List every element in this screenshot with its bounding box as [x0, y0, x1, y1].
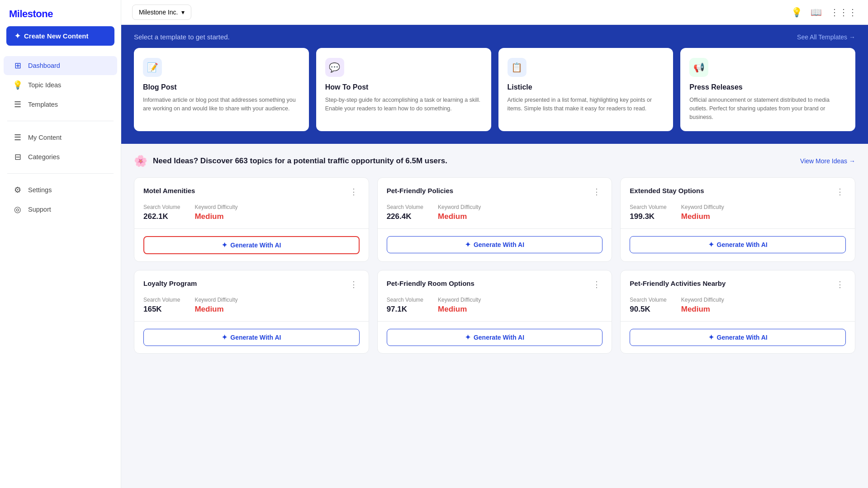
idea-card-pet-friendly-activities-nearby: Pet-Friendly Activities Nearby ⋮ Search … [620, 270, 855, 354]
idea-divider [134, 321, 369, 322]
search-volume-label: Search Volume [630, 204, 666, 210]
templates-grid: 📝 Blog Post Informative article or blog … [134, 48, 855, 131]
app-logo: Milestone [0, 0, 121, 26]
create-new-content-button[interactable]: ✦ Create New Content [6, 26, 114, 46]
idea-card-header: Pet-Friendly Policies ⋮ [387, 187, 603, 197]
template-card-description: Article presented in a list format, high… [508, 96, 664, 113]
nav-divider [7, 121, 114, 121]
search-volume-label: Search Volume [387, 204, 423, 210]
sidebar-item-topic-ideas[interactable]: 💡 Topic Ideas [4, 76, 117, 95]
search-volume-value: 165K [143, 305, 180, 314]
keyword-difficulty-label: Keyword Difficulty [194, 204, 237, 210]
idea-keyword-difficulty: Keyword Difficulty Medium [681, 297, 724, 314]
workspace-selector[interactable]: Milestone Inc. ▾ [132, 5, 191, 20]
generate-ai-button[interactable]: ✦ Generate With AI [143, 329, 360, 346]
star-icon: ✦ [14, 32, 20, 40]
idea-keyword-difficulty: Keyword Difficulty Medium [681, 204, 724, 221]
keyword-difficulty-label: Keyword Difficulty [438, 204, 481, 210]
generate-btn-label: Generate With AI [717, 334, 768, 341]
search-volume-value: 199.3K [630, 212, 666, 221]
search-volume-value: 226.4K [387, 212, 423, 221]
ai-sparkle-icon: ✦ [465, 241, 471, 249]
idea-card-title: Loyalty Program [143, 280, 197, 287]
idea-card-title: Motel Amenities [143, 187, 195, 194]
generate-ai-button[interactable]: ✦ Generate With AI [387, 236, 603, 253]
generate-btn-label: Generate With AI [230, 242, 281, 249]
content-icon: ☰ [13, 133, 23, 142]
ai-sparkle-icon: ✦ [222, 241, 228, 249]
idea-more-button[interactable]: ⋮ [834, 187, 846, 197]
view-more-ideas-link[interactable]: View More Ideas → [800, 157, 855, 165]
idea-stats: Search Volume 199.3K Keyword Difficulty … [630, 204, 846, 221]
settings-icon: ⚙ [13, 185, 23, 195]
idea-stats: Search Volume 90.5K Keyword Difficulty M… [630, 297, 846, 314]
idea-card-extended-stay-options: Extended Stay Options ⋮ Search Volume 19… [620, 177, 855, 262]
search-volume-label: Search Volume [143, 297, 180, 303]
topbar: Milestone Inc. ▾ 💡 📖 ⋮⋮⋮ [121, 0, 868, 25]
sidebar: Milestone ✦ Create New Content ⊞ Dashboa… [0, 0, 121, 488]
sidebar-item-label: Templates [28, 101, 58, 108]
keyword-difficulty-value: Medium [438, 212, 481, 221]
keyword-difficulty-value: Medium [681, 305, 724, 314]
idea-search-volume: Search Volume 226.4K [387, 204, 423, 221]
idea-more-button[interactable]: ⋮ [591, 280, 602, 289]
generate-ai-button[interactable]: ✦ Generate With AI [630, 329, 846, 346]
book-icon[interactable]: 📖 [811, 7, 822, 18]
template-card-blog-post[interactable]: 📝 Blog Post Informative article or blog … [134, 48, 309, 131]
support-icon: ◎ [13, 204, 23, 214]
idea-divider [134, 228, 369, 229]
idea-card-header: Loyalty Program ⋮ [143, 280, 360, 289]
idea-search-volume: Search Volume 165K [143, 297, 180, 314]
idea-keyword-difficulty: Keyword Difficulty Medium [194, 204, 237, 221]
sidebar-item-settings[interactable]: ⚙ Settings [4, 180, 117, 199]
sidebar-item-dashboard[interactable]: ⊞ Dashboard [4, 56, 117, 75]
idea-search-volume: Search Volume 199.3K [630, 204, 666, 221]
ideas-icon: 🌸 [134, 155, 147, 167]
sidebar-item-my-content[interactable]: ☰ My Content [4, 128, 117, 147]
ideas-grid: Motel Amenities ⋮ Search Volume 262.1K K… [134, 177, 855, 354]
see-all-templates-link[interactable]: See All Templates → [797, 33, 855, 41]
template-card-press-releases[interactable]: 📢 Press Releases Official announcement o… [680, 48, 855, 131]
generate-btn-label: Generate With AI [230, 334, 281, 341]
keyword-difficulty-value: Medium [194, 305, 237, 314]
idea-divider [621, 321, 855, 322]
generate-ai-button[interactable]: ✦ Generate With AI [630, 236, 846, 253]
search-volume-label: Search Volume [387, 297, 423, 303]
idea-search-volume: Search Volume 97.1K [387, 297, 423, 314]
sidebar-item-support[interactable]: ◎ Support [4, 200, 117, 219]
idea-more-button[interactable]: ⋮ [591, 187, 602, 197]
idea-more-button[interactable]: ⋮ [348, 187, 360, 197]
sidebar-item-label: Settings [28, 186, 52, 194]
idea-keyword-difficulty: Keyword Difficulty Medium [194, 297, 237, 314]
content-area: Select a template to get started. See Al… [121, 25, 868, 488]
template-card-how-to-post[interactable]: 💬 How To Post Step-by-step guide for acc… [316, 48, 491, 131]
idea-card-title: Pet-Friendly Room Options [387, 280, 474, 287]
templates-section: Select a template to get started. See Al… [121, 25, 868, 144]
generate-ai-button[interactable]: ✦ Generate With AI [387, 329, 603, 346]
generate-btn-label: Generate With AI [717, 241, 768, 248]
ideas-title: Need Ideas? Discover 663 topics for a po… [153, 156, 447, 166]
idea-more-button[interactable]: ⋮ [834, 280, 846, 289]
generate-btn-label: Generate With AI [474, 334, 524, 341]
template-card-title: Blog Post [143, 83, 300, 91]
ideas-header: 🌸 Need Ideas? Discover 663 topics for a … [134, 155, 855, 167]
idea-stats: Search Volume 262.1K Keyword Difficulty … [143, 204, 360, 221]
grid-icon[interactable]: ⋮⋮⋮ [830, 7, 857, 18]
listicle-icon: 📋 [508, 58, 526, 77]
keyword-difficulty-value: Medium [438, 305, 481, 314]
templates-header-text: Select a template to get started. [134, 33, 230, 41]
generate-ai-button[interactable]: ✦ Generate With AI [143, 236, 360, 254]
sidebar-item-label: My Content [28, 134, 62, 141]
sidebar-item-label: Support [28, 206, 51, 213]
keyword-difficulty-label: Keyword Difficulty [438, 297, 481, 303]
idea-divider [621, 228, 855, 229]
sidebar-item-templates[interactable]: ☰ Templates [4, 95, 117, 114]
idea-search-volume: Search Volume 262.1K [143, 204, 180, 221]
sidebar-item-label: Topic Ideas [28, 81, 61, 89]
idea-more-button[interactable]: ⋮ [348, 280, 360, 289]
bulb-icon[interactable]: 💡 [791, 7, 802, 18]
sidebar-item-categories[interactable]: ⊟ Categories [4, 147, 117, 166]
idea-divider [378, 228, 612, 229]
template-card-listicle[interactable]: 📋 Listicle Article presented in a list f… [498, 48, 674, 131]
template-card-title: How To Post [325, 83, 482, 91]
